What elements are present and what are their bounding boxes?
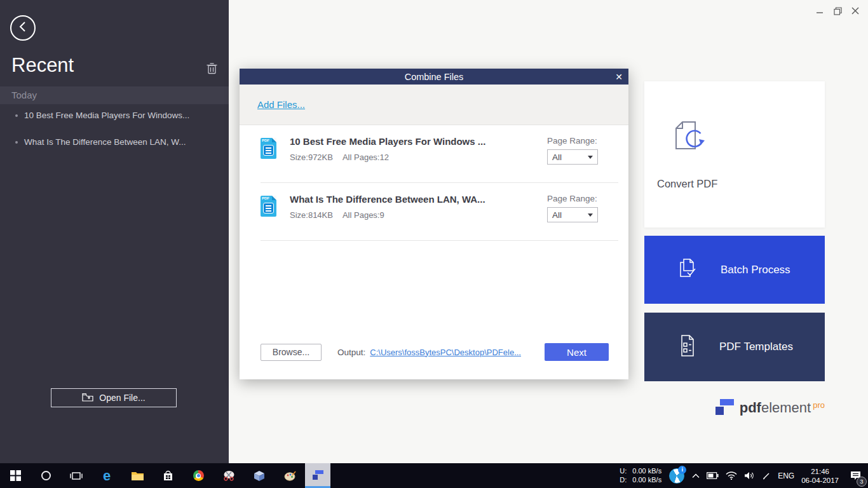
helper-tray-button[interactable]: i — [668, 468, 685, 484]
chevron-left-icon — [18, 21, 27, 35]
upload-label: U: — [620, 467, 627, 476]
action-center-button[interactable]: 3 — [846, 466, 865, 485]
convert-pdf-card[interactable]: Convert PDF — [644, 81, 825, 227]
pdf-file-icon: PDF — [261, 196, 276, 217]
recent-section-header: Today — [0, 86, 229, 104]
file-title: What Is The Difference Between LAN, WA..… — [290, 194, 547, 205]
start-button[interactable] — [0, 463, 31, 488]
batch-process-label: Batch Process — [721, 264, 790, 276]
next-button[interactable]: Next — [545, 343, 609, 361]
windows-store-icon — [163, 470, 173, 481]
page-range-value: All — [552, 210, 562, 220]
open-file-label: Open File... — [99, 393, 145, 403]
cortana-button[interactable] — [31, 463, 61, 488]
folder-plus-icon — [82, 393, 93, 403]
file-row: PDF 10 Best Free Media Players For Windo… — [240, 125, 628, 182]
virtualbox-button[interactable] — [244, 463, 275, 488]
cortana-icon — [41, 471, 51, 480]
add-files-link[interactable]: Add Files... — [257, 99, 305, 110]
recent-file-item[interactable]: What Is The Difference Between LAN, W... — [0, 136, 229, 148]
taskbar-apps: e — [0, 463, 330, 488]
pdfelement-taskbar-button[interactable] — [305, 463, 330, 488]
pdf-templates-label: PDF Templates — [719, 341, 793, 353]
bullet-icon — [15, 141, 18, 144]
dialog-footer: Browse... Output: C:\Users\fossBytesPC\D… — [261, 343, 609, 361]
pen-icon — [762, 471, 771, 480]
back-button[interactable] — [10, 15, 36, 41]
pdf-file-icon: PDF — [261, 138, 276, 159]
clear-recent-button[interactable] — [207, 62, 217, 77]
page-range-label: Page Range: — [547, 194, 598, 203]
edge-icon: e — [103, 469, 111, 483]
trash-icon — [207, 65, 217, 76]
minimize-button[interactable] — [811, 3, 829, 18]
battery-tray-button[interactable] — [707, 472, 719, 479]
window-controls — [811, 3, 864, 18]
windows-start-icon — [10, 470, 21, 481]
minimize-icon — [816, 7, 824, 15]
batch-process-icon — [675, 256, 700, 284]
output-path-link[interactable]: C:\Users\fossBytesPC\Desktop\PDFele... — [370, 348, 521, 357]
recent-file-item[interactable]: 10 Best Free Media Players For Windows..… — [0, 109, 229, 121]
file-info: What Is The Difference Between LAN, WA..… — [290, 194, 547, 220]
language-indicator[interactable]: ENG — [778, 471, 794, 480]
taskbar: e — [0, 463, 868, 488]
file-size: Size:972KB — [290, 152, 333, 162]
clock-widget[interactable]: 21:46 06-04-2017 — [801, 467, 839, 485]
dialog-title: Combine Files — [405, 72, 464, 82]
recent-sidebar: Recent Today 10 Best Free Media Player — [0, 0, 229, 463]
upload-value: 0.00 kB/s — [632, 467, 661, 476]
close-button[interactable] — [846, 3, 864, 18]
logo-text: element — [761, 400, 811, 416]
download-label: D: — [620, 476, 627, 485]
page-range-label: Page Range: — [547, 136, 598, 146]
tray-time: 21:46 — [801, 467, 839, 476]
task-view-icon — [70, 471, 83, 481]
restore-button[interactable] — [829, 3, 846, 18]
file-pages: All Pages:12 — [342, 152, 389, 162]
convert-pdf-icon — [670, 119, 709, 156]
recent-file-label: What Is The Difference Between LAN, W... — [24, 136, 186, 148]
file-row: PDF What Is The Difference Between LAN, … — [240, 183, 628, 240]
file-title: 10 Best Free Media Players For Windows .… — [290, 136, 547, 147]
file-explorer-icon — [132, 471, 144, 480]
volume-tray-button[interactable] — [744, 471, 755, 480]
output-label: Output: — [337, 348, 365, 357]
chrome-icon — [193, 470, 204, 481]
network-speed-widget[interactable]: U: 0.00 kB/s D: 0.00 kB/s — [620, 467, 661, 484]
page-range-select[interactable]: All — [547, 149, 598, 165]
snipping-tool-button[interactable] — [214, 463, 244, 488]
task-view-button[interactable] — [61, 463, 92, 488]
snipping-tool-icon — [223, 470, 235, 481]
screen: Recent Today 10 Best Free Media Player — [0, 0, 868, 488]
wifi-tray-button[interactable] — [726, 471, 737, 480]
windows-store-button[interactable] — [153, 463, 183, 488]
page-range-select[interactable]: All — [547, 207, 598, 222]
file-pages: All Pages:9 — [342, 210, 384, 220]
info-icon: i — [678, 466, 686, 474]
pen-tray-button[interactable] — [762, 471, 771, 480]
chevron-down-icon — [588, 214, 593, 217]
download-value: 0.00 kB/s — [632, 476, 661, 485]
restore-icon — [834, 7, 842, 15]
virtualbox-icon — [254, 470, 265, 482]
paint-button[interactable] — [275, 463, 305, 488]
tray-expand-button[interactable] — [692, 473, 700, 478]
dialog-titlebar: Combine Files ✕ — [240, 69, 628, 85]
open-file-button[interactable]: Open File... — [51, 388, 177, 407]
file-size: Size:814KB — [290, 210, 333, 220]
chevron-up-icon — [692, 473, 700, 478]
pdfelement-logo-mark-icon — [715, 399, 734, 416]
add-files-bar: Add Files... — [240, 85, 628, 125]
file-explorer-button[interactable] — [122, 463, 153, 488]
chrome-button[interactable] — [183, 463, 214, 488]
pdf-templates-card[interactable]: PDF Templates — [644, 313, 825, 381]
close-icon — [851, 7, 859, 15]
batch-process-card[interactable]: Batch Process — [644, 236, 825, 304]
file-info: 10 Best Free Media Players For Windows .… — [290, 136, 547, 162]
recent-file-label: 10 Best Free Media Players For Windows..… — [24, 109, 189, 121]
dialog-close-button[interactable]: ✕ — [609, 69, 628, 85]
browse-button[interactable]: Browse... — [261, 344, 322, 361]
edge-button[interactable]: e — [92, 463, 122, 488]
pdfelement-logo: pdfelementpro — [715, 399, 825, 416]
